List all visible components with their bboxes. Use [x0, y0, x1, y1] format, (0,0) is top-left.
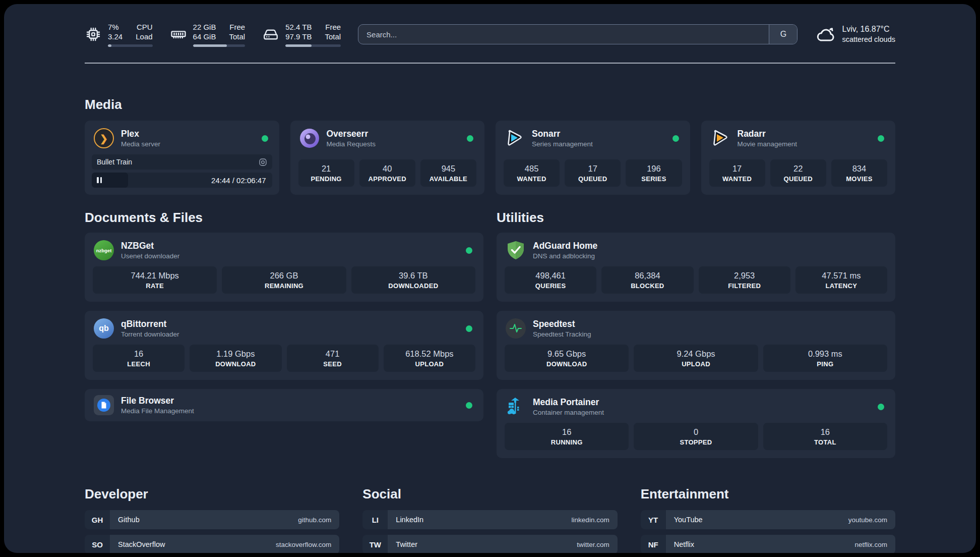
nzbget-subtitle: Usenet downloader	[121, 252, 459, 260]
plex-now-playing: Bullet Train	[97, 158, 132, 166]
cpu-progress-track	[108, 44, 153, 47]
bookmark-abbr: SO	[85, 535, 110, 553]
stat-box: 22QUEUED	[770, 159, 826, 187]
bookmark-url: twitter.com	[577, 541, 609, 548]
stat-box: 39.6 TBDOWNLOADED	[351, 266, 475, 294]
stat-box: 834MOVIES	[831, 159, 887, 187]
disk-stat: 52.4 TB 97.9 TB Free Total	[262, 22, 341, 47]
bookmark-url: linkedin.com	[572, 516, 609, 524]
bookmark-url: github.com	[298, 516, 331, 524]
bookmark-youtube[interactable]: YT YouTubeyoutube.com	[641, 510, 895, 529]
radarr-status-dot	[878, 135, 884, 142]
bookmark-abbr: NF	[641, 535, 666, 553]
radarr-title: Radarr	[738, 129, 871, 139]
search-bar: G	[358, 24, 798, 44]
card-filebrowser[interactable]: File Browser Media File Management	[85, 389, 483, 421]
plex-icon: ❯	[94, 128, 114, 148]
session-icon	[259, 158, 267, 166]
sonarr-status-dot	[672, 135, 679, 142]
adguard-title: AdGuard Home	[533, 241, 886, 251]
bookmark-url: netflix.com	[854, 541, 887, 548]
card-sonarr[interactable]: Sonarr Series management 485WANTED 17QUE…	[496, 121, 690, 195]
card-overseerr[interactable]: Overseerr Media Requests 21PENDING 40APP…	[290, 121, 485, 195]
stat-box: 2,953FILTERED	[699, 266, 790, 294]
speedtest-title: Speedtest	[533, 319, 886, 329]
bookmark-abbr: YT	[641, 510, 666, 529]
stat-box: 266 GBREMAINING	[222, 266, 346, 294]
search-engine-button[interactable]: G	[769, 25, 797, 44]
cpu-label2: Load	[136, 32, 152, 42]
cpu-stat: 7% 3.24 CPU Load	[85, 22, 153, 47]
bookmark-url: stackoverflow.com	[276, 541, 331, 548]
stat-box: 9.24 GbpsUPLOAD	[634, 345, 758, 372]
plex-title: Plex	[121, 129, 255, 139]
overseerr-subtitle: Media Requests	[327, 140, 460, 148]
weather-location-temp: Lviv, 16.87°C	[842, 24, 895, 35]
disk-free-label: Free	[325, 22, 341, 32]
card-plex[interactable]: ❯ Plex Media server Bullet Train 24	[85, 121, 279, 195]
bookmark-name: YouTube	[674, 516, 703, 524]
portainer-status-dot	[878, 404, 884, 410]
ram-progress-track	[193, 44, 246, 47]
bookmark-abbr: GH	[85, 510, 110, 529]
disk-icon	[262, 26, 279, 43]
filebrowser-icon	[94, 395, 114, 415]
stat-box: 86,384BLOCKED	[601, 266, 693, 294]
qbittorrent-subtitle: Torrent downloader	[121, 330, 459, 338]
header-divider	[85, 63, 895, 64]
sonarr-subtitle: Series management	[532, 140, 665, 148]
bookmark-netflix[interactable]: NF Netflixnetflix.com	[641, 535, 895, 553]
cpu-icon	[85, 26, 102, 43]
plex-subtitle: Media server	[121, 140, 255, 148]
plex-progress-bar: 24:44 / 02:06:47	[92, 173, 272, 188]
ram-icon	[170, 26, 187, 43]
cloud-icon	[815, 26, 836, 43]
disk-progress-fill	[285, 44, 312, 47]
overseerr-status-dot	[467, 135, 473, 142]
qbittorrent-title: qBittorrent	[121, 319, 459, 329]
card-qbittorrent[interactable]: qb qBittorrent Torrent downloader 16LEEC…	[85, 311, 483, 380]
card-nzbget[interactable]: nzbget NZBGet Usenet downloader 744.21 M…	[85, 233, 483, 302]
filebrowser-status-dot	[466, 402, 472, 409]
stat-box: 17QUEUED	[565, 159, 621, 187]
section-title-developer: Developer	[85, 486, 339, 502]
ram-free-label: Free	[229, 22, 245, 32]
bookmark-group-social: Social LI LinkedInlinkedin.com TW Twitte…	[362, 486, 617, 553]
bookmark-stackoverflow[interactable]: SO StackOverflowstackoverflow.com	[85, 535, 339, 553]
card-adguard[interactable]: AdGuard Home DNS and adblocking 498,461Q…	[497, 233, 895, 302]
bookmark-group-developer: Developer GH Githubgithub.com SO StackOv…	[85, 486, 339, 553]
bookmark-name: StackOverflow	[118, 540, 165, 548]
cpu-progress-fill	[108, 44, 111, 47]
stat-box: 16TOTAL	[763, 423, 887, 450]
ram-total-label: Total	[229, 32, 245, 42]
bookmark-abbr: LI	[362, 510, 388, 529]
bookmark-linkedin[interactable]: LI LinkedInlinkedin.com	[362, 510, 617, 529]
stat-box: 9.65 GbpsDOWNLOAD	[505, 345, 629, 372]
stat-box: 17WANTED	[709, 159, 765, 187]
pause-button[interactable]	[97, 177, 102, 183]
disk-total: 97.9 TB	[285, 32, 312, 42]
card-speedtest[interactable]: Speedtest Speedtest Tracking 9.65 GbpsDO…	[497, 311, 895, 380]
adguard-subtitle: DNS and adblocking	[533, 252, 886, 260]
nzbget-icon: nzbget	[94, 240, 114, 260]
search-input[interactable]	[358, 25, 769, 44]
bookmark-name: Github	[118, 516, 140, 524]
section-title-documents: Documents & Files	[85, 210, 483, 226]
cpu-value: 7%	[108, 22, 122, 32]
cpu-value2: 3.24	[108, 32, 122, 42]
nzbget-title: NZBGet	[121, 241, 459, 251]
bookmark-twitter[interactable]: TW Twittertwitter.com	[362, 535, 617, 553]
plex-status-dot	[262, 135, 268, 142]
nzbget-status-dot	[466, 247, 472, 254]
card-radarr[interactable]: Radarr Movie management 17WANTED 22QUEUE…	[701, 121, 896, 195]
disk-free: 52.4 TB	[285, 22, 312, 32]
stat-box: 618.52 MbpsUPLOAD	[384, 345, 475, 372]
section-title-entertainment: Entertainment	[641, 486, 895, 502]
radarr-subtitle: Movie management	[738, 140, 871, 148]
ram-stat: 22 GiB 64 GiB Free Total	[170, 22, 246, 47]
cpu-label: CPU	[136, 22, 152, 32]
top-bar: 7% 3.24 CPU Load	[85, 21, 895, 47]
card-portainer[interactable]: Media Portainer Container management 16R…	[497, 389, 895, 458]
stat-box: 471SEED	[287, 345, 379, 372]
bookmark-github[interactable]: GH Githubgithub.com	[85, 510, 339, 529]
